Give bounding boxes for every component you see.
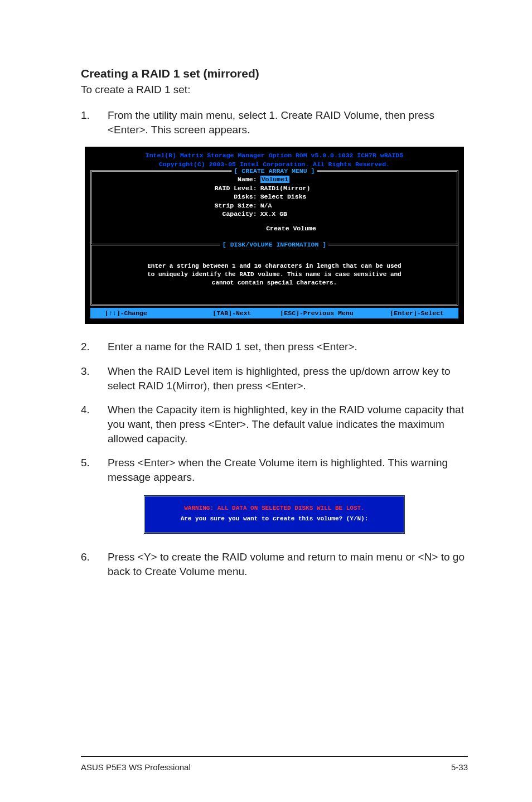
step-number: 2. <box>81 340 108 354</box>
create-volume-action: Create Volume <box>98 224 451 233</box>
step-4: 4. When the Capacity item is highlighted… <box>81 403 468 446</box>
step-number: 4. <box>81 403 108 446</box>
footer-right: 5-33 <box>451 762 468 772</box>
field-strip-key: Strip Size: <box>98 201 260 210</box>
step-text: Press <Y> to create the RAID volume and … <box>108 550 468 578</box>
info-line-1: Enter a string between 1 and 16 characte… <box>100 262 449 270</box>
disk-volume-info-box: [ DISK/VOLUME INFORMATION ] Enter a stri… <box>90 244 458 306</box>
step-number: 6. <box>81 550 108 578</box>
step-number: 1. <box>81 108 108 137</box>
footer-left: ASUS P5E3 WS Professional <box>81 762 191 772</box>
warning-line-2: Are you sure you want to create this vol… <box>149 514 399 525</box>
warning-line-1: WARNING: ALL DATA ON SELECTED DISKS WILL… <box>149 503 399 514</box>
create-array-menu-box: [ CREATE ARRAY MENU ] Name: Volume1 RAID… <box>90 170 458 245</box>
step-text: When the RAID Level item is highlighted,… <box>108 364 468 393</box>
page-footer: ASUS P5E3 WS Professional 5-33 <box>81 756 468 772</box>
info-line-2: to uniquely identify the RAID volume. Th… <box>100 270 449 279</box>
field-raid-key: RAID Level: <box>98 184 260 193</box>
step-text: Enter a name for the RAID 1 set, then pr… <box>108 340 468 354</box>
field-name-value: Volume1 <box>260 176 289 183</box>
step-1: 1. From the utility main menu, select 1.… <box>81 108 468 137</box>
field-name-key: Name: <box>98 175 260 184</box>
footer-esc: [ESC]-Previous Menu <box>274 309 359 318</box>
footer-change: [↑↓]-Change <box>93 309 190 318</box>
field-capacity-value: XX.X GB <box>260 210 451 219</box>
disk-volume-info-title: [ DISK/VOLUME INFORMATION ] <box>220 240 328 249</box>
bios-footer-bar: [↑↓]-Change [TAB]-Next [ESC]-Previous Me… <box>90 308 458 319</box>
step-6: 6. Press <Y> to create the RAID volume a… <box>81 550 468 578</box>
bios-screenshot: Intel(R) Matrix Storage Manager Option R… <box>85 147 464 324</box>
field-disks-key: Disks: <box>98 192 260 201</box>
warning-dialog: WARNING: ALL DATA ON SELECTED DISKS WILL… <box>143 495 405 535</box>
step-text: Press <Enter> when the Create Volume ite… <box>108 456 468 484</box>
intro-text: To create a RAID 1 set: <box>81 84 468 96</box>
step-number: 3. <box>81 364 108 393</box>
step-text: When the Capacity item is highlighted, k… <box>108 403 468 446</box>
step-3: 3. When the RAID Level item is highlight… <box>81 364 468 393</box>
info-line-3: cannot contain special characters. <box>100 279 449 287</box>
field-strip-value: N/A <box>260 201 451 210</box>
field-raid-value: RAID1(Mirror) <box>260 184 451 193</box>
field-capacity-key: Capacity: <box>98 210 260 219</box>
footer-tab: [TAB]-Next <box>190 309 274 318</box>
create-array-menu-title: [ CREATE ARRAY MENU ] <box>232 167 317 176</box>
field-disks-value: Select Disks <box>260 192 451 201</box>
step-text: From the utility main menu, select 1. Cr… <box>108 108 468 137</box>
step-number: 5. <box>81 456 108 484</box>
step-5: 5. Press <Enter> when the Create Volume … <box>81 456 468 484</box>
footer-enter: [Enter]-Select <box>359 309 456 318</box>
section-title: Creating a RAID 1 set (mirrored) <box>81 67 468 80</box>
step-2: 2. Enter a name for the RAID 1 set, then… <box>81 340 468 354</box>
bios-header-line1: Intel(R) Matrix Storage Manager Option R… <box>90 151 458 160</box>
